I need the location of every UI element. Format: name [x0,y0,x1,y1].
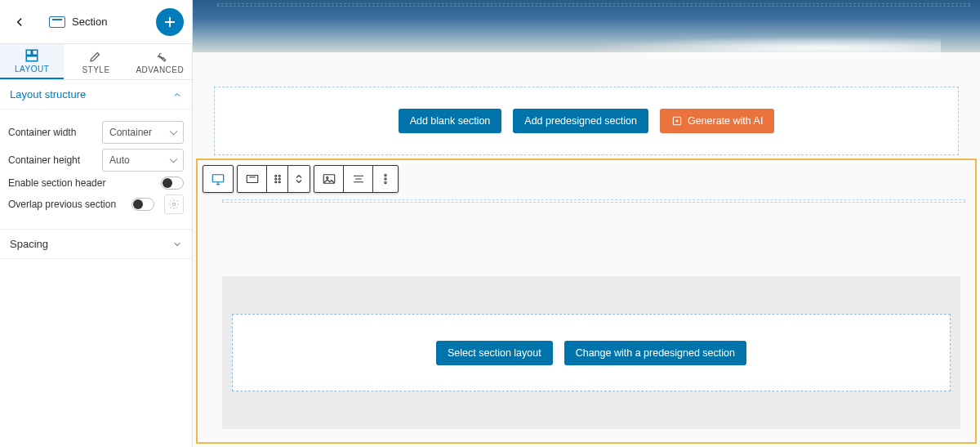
selected-section-outline: Select section layout Change with a pred… [196,159,977,444]
toolbar-align-button[interactable] [344,166,373,192]
toolbar-move-arrows[interactable] [288,166,310,192]
panel-header-layout-structure[interactable]: Layout structure [0,80,192,110]
select-section-layout-button[interactable]: Select section layout [436,341,553,365]
svg-point-8 [278,175,280,177]
empty-section-placeholder: Select section layout Change with a pred… [232,314,951,391]
plus-icon [163,15,177,29]
row-enable-header: Enable section header [8,177,184,190]
chevron-up-icon [172,90,182,100]
tab-style[interactable]: STYLE [64,44,127,79]
tab-advanced-label: ADVANCED [136,65,184,74]
layout-icon [24,48,39,63]
toolbar-section-button[interactable] [238,166,267,192]
toolbar-block-type-button[interactable] [203,166,233,192]
overlap-toggle[interactable] [131,198,154,211]
panel-layout-structure: Layout structure Container width Contain… [0,80,192,230]
inspector-tabs: LAYOUT STYLE ADVANCED [0,44,192,80]
drag-handle-icon [270,172,285,186]
wrench-icon [153,49,167,64]
section-icon [49,16,65,28]
svg-point-10 [278,178,280,180]
section-top-divider [222,199,965,203]
container-height-label: Container height [8,154,96,166]
svg-point-14 [326,177,327,178]
row-container-width: Container width Container [8,121,184,144]
placeholder-dash [217,3,970,7]
container-width-select[interactable]: Container [102,121,184,144]
overlap-label: Overlap previous section [8,199,125,210]
section-icon [245,172,260,186]
toolbar-drag-handle[interactable] [267,166,288,192]
tab-advanced[interactable]: ADVANCED [128,44,192,79]
sidebar-header: Section [0,0,192,44]
add-predesigned-section-button[interactable]: Add predesigned section [513,109,648,133]
container-width-label: Container width [8,127,96,138]
panel-body: Container width Container Container heig… [0,110,192,230]
svg-rect-1 [33,50,38,55]
container-height-select[interactable]: Auto [102,149,184,172]
arrows-up-down-icon [292,172,306,186]
svg-point-7 [274,175,276,177]
panel-spacing: Spacing [0,230,192,259]
chevron-down-icon [172,239,182,249]
row-overlap: Overlap previous section [8,194,184,214]
toolbar-group-section [237,165,310,193]
desktop-icon [211,172,225,186]
block-label: Section [31,16,156,28]
overlap-settings-button[interactable] [164,194,184,214]
add-blank-section-button[interactable]: Add blank section [399,109,502,133]
block-toolbar [203,165,399,193]
row-container-height: Container height Auto [8,149,184,172]
panel-header-spacing[interactable]: Spacing [0,230,192,259]
generate-with-ai-button[interactable]: Generate with AI [660,109,774,133]
svg-point-15 [385,174,386,176]
change-predesigned-section-button[interactable]: Change with a predesigned section [564,341,746,365]
svg-point-9 [274,178,276,180]
svg-point-17 [385,181,386,183]
add-block-button[interactable] [156,8,184,36]
ai-sparkle-icon [671,115,683,127]
hero-image-preview [193,0,980,52]
align-icon [351,172,366,186]
chevron-left-icon [14,16,25,28]
svg-rect-0 [26,50,31,55]
toolbar-more-button[interactable] [373,166,398,192]
enable-header-toggle[interactable] [161,177,184,190]
brush-icon [88,49,103,64]
tab-layout-label: LAYOUT [15,65,49,74]
panel-title: Spacing [10,238,48,250]
toolbar-group-actions [314,165,399,193]
inspector-sidebar: Section LAYOUT STYLE ADVANCED Layout str [0,0,193,447]
gear-icon [168,199,180,210]
svg-point-16 [385,178,386,180]
svg-point-12 [278,181,280,183]
add-section-placeholder: Add blank section Add predesigned sectio… [214,87,959,155]
enable-header-label: Enable section header [8,177,154,189]
svg-rect-6 [247,176,258,183]
tab-style-label: STYLE [82,65,109,74]
toolbar-image-button[interactable] [314,166,344,192]
svg-point-3 [172,203,176,206]
toolbar-group-block [203,165,234,193]
section-content-area: Select section layout Change with a pred… [222,276,960,429]
image-icon [322,172,336,186]
tab-layout[interactable]: LAYOUT [0,44,64,79]
panel-title: Layout structure [10,88,86,101]
more-vertical-icon [378,172,393,186]
editor-canvas: Add blank section Add predesigned sectio… [193,0,980,447]
svg-rect-2 [26,56,38,61]
back-button[interactable] [8,11,31,34]
svg-rect-5 [212,175,224,182]
svg-point-11 [274,181,276,183]
block-title: Section [72,16,107,28]
